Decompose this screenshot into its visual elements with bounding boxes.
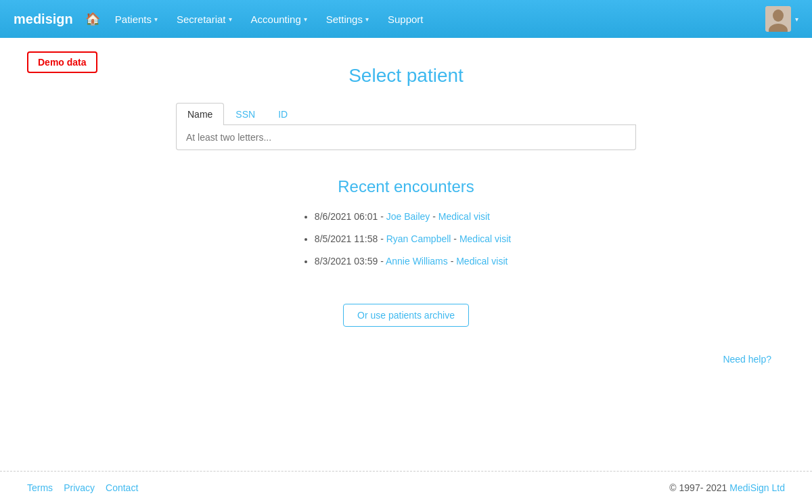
help-link[interactable]: Need help? bbox=[723, 354, 771, 365]
chevron-down-icon: ▾ bbox=[229, 16, 232, 23]
archive-section: Or use patients archive bbox=[27, 304, 785, 327]
brand-logo[interactable]: medisign bbox=[14, 12, 73, 27]
footer-link-contact[interactable]: Contact bbox=[106, 482, 138, 493]
encounter-list: 8/6/2021 06:01 - Joe Bailey - Medical vi… bbox=[301, 210, 511, 277]
chevron-down-icon: ▾ bbox=[304, 16, 307, 23]
footer-link-privacy[interactable]: Privacy bbox=[64, 482, 95, 493]
patient-link-ryan-campbell[interactable]: Ryan Campbell bbox=[386, 233, 451, 244]
encounter-type-link-0[interactable]: Medical visit bbox=[438, 211, 490, 222]
demo-data-button[interactable]: Demo data bbox=[27, 51, 97, 73]
help-section: Need help? bbox=[27, 354, 785, 365]
user-chevron-icon[interactable]: ▾ bbox=[795, 16, 798, 23]
chevron-down-icon: ▾ bbox=[154, 16, 158, 23]
encounter-item: 8/6/2021 06:01 - Joe Bailey - Medical vi… bbox=[315, 210, 511, 224]
nav-accounting[interactable]: Accounting ▾ bbox=[244, 8, 314, 30]
footer-links: Terms Privacy Contact bbox=[27, 482, 138, 493]
encounter-type-link-1[interactable]: Medical visit bbox=[459, 233, 511, 244]
tab-id[interactable]: ID bbox=[267, 103, 299, 125]
nav-settings[interactable]: Settings ▾ bbox=[319, 8, 376, 30]
recent-encounters-title: Recent encounters bbox=[27, 177, 785, 196]
search-input[interactable] bbox=[176, 125, 636, 150]
avatar[interactable] bbox=[765, 6, 791, 32]
footer: Terms Privacy Contact © 1997- 2021 MediS… bbox=[0, 471, 812, 504]
archive-button[interactable]: Or use patients archive bbox=[343, 304, 469, 327]
page-title: Select patient bbox=[27, 65, 785, 87]
patient-link-annie-williams[interactable]: Annie Williams bbox=[386, 256, 448, 267]
encounter-item: 8/5/2021 11:58 - Ryan Campbell - Medical… bbox=[315, 232, 511, 246]
main-content: Demo data Select patient Name SSN ID Rec… bbox=[0, 38, 812, 471]
footer-link-terms[interactable]: Terms bbox=[27, 482, 53, 493]
footer-copyright: © 1997- 2021 MediSign Ltd bbox=[669, 482, 785, 493]
tab-ssn[interactable]: SSN bbox=[224, 103, 267, 125]
home-icon[interactable]: 🏠 bbox=[85, 12, 100, 26]
tab-name[interactable]: Name bbox=[176, 103, 224, 125]
nav-secretariat[interactable]: Secretariat ▾ bbox=[170, 8, 239, 30]
chevron-down-icon: ▾ bbox=[365, 16, 369, 23]
recent-encounters-section: Recent encounters 8/6/2021 06:01 - Joe B… bbox=[27, 177, 785, 277]
footer-brand: MediSign Ltd bbox=[729, 482, 785, 493]
navbar: medisign 🏠 Patients ▾ Secretariat ▾ Acco… bbox=[0, 0, 812, 38]
user-menu: ▾ bbox=[765, 6, 798, 32]
patient-link-joe-bailey[interactable]: Joe Bailey bbox=[386, 211, 430, 222]
encounter-type-link-2[interactable]: Medical visit bbox=[456, 256, 508, 267]
encounter-item: 8/3/2021 03:59 - Annie Williams - Medica… bbox=[315, 254, 511, 269]
nav-patients[interactable]: Patients ▾ bbox=[108, 8, 164, 30]
patient-search-section: Name SSN ID bbox=[176, 103, 636, 150]
svg-point-1 bbox=[773, 9, 784, 22]
nav-support[interactable]: Support bbox=[381, 8, 430, 30]
search-tabs: Name SSN ID bbox=[176, 103, 636, 125]
